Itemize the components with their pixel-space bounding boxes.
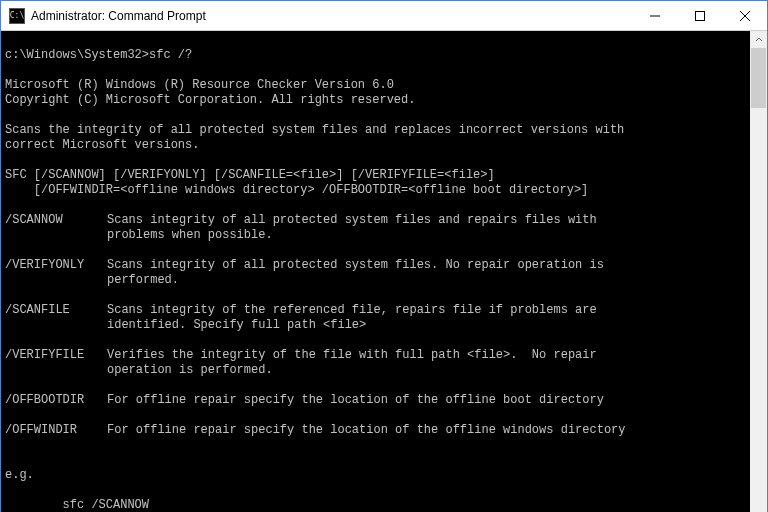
option-row: /SCANNOWScans integrity of all protected… — [5, 213, 746, 243]
option-row: /OFFWINDIRFor offline repair specify the… — [5, 423, 746, 438]
option-row: /SCANFILEScans integrity of the referenc… — [5, 303, 746, 333]
output-line: Copyright (C) Microsoft Corporation. All… — [5, 93, 415, 107]
scroll-up-button[interactable] — [750, 31, 767, 48]
cmd-icon: C:\ — [9, 8, 25, 24]
option-desc: For offline repair specify the location … — [107, 393, 697, 408]
svg-rect-1 — [695, 11, 704, 20]
output-line: Scans the integrity of all protected sys… — [5, 123, 624, 152]
option-name: /VERIFYFILE — [5, 348, 107, 363]
vertical-scrollbar[interactable] — [750, 31, 767, 512]
console-area: c:\Windows\System32>sfc /? Microsoft (R)… — [1, 31, 767, 512]
option-name: /SCANNOW — [5, 213, 107, 228]
option-desc: Scans integrity of the referenced file, … — [107, 303, 697, 333]
option-row: /VERIFYONLYScans integrity of all protec… — [5, 258, 746, 288]
option-row: /OFFBOOTDIRFor offline repair specify th… — [5, 393, 746, 408]
window-control-buttons — [632, 1, 767, 30]
console-output[interactable]: c:\Windows\System32>sfc /? Microsoft (R)… — [1, 31, 750, 512]
option-row: /VERIFYFILEVerifies the integrity of the… — [5, 348, 746, 378]
output-line: [/OFFWINDIR=<offline windows directory> … — [5, 183, 588, 197]
option-name: /OFFWINDIR — [5, 423, 107, 438]
option-name: /VERIFYONLY — [5, 258, 107, 273]
output-line: SFC [/SCANNOW] [/VERIFYONLY] [/SCANFILE=… — [5, 168, 495, 182]
window-title: Administrator: Command Prompt — [31, 9, 632, 23]
option-desc: Scans integrity of all protected system … — [107, 213, 697, 243]
titlebar[interactable]: C:\ Administrator: Command Prompt — [1, 1, 767, 31]
option-desc: Scans integrity of all protected system … — [107, 258, 697, 288]
minimize-button[interactable] — [632, 1, 677, 30]
option-desc: For offline repair specify the location … — [107, 423, 697, 438]
chevron-up-icon — [755, 36, 763, 44]
output-line: e.g. — [5, 468, 34, 482]
option-desc: Verifies the integrity of the file with … — [107, 348, 697, 378]
option-name: /SCANFILE — [5, 303, 107, 318]
maximize-button[interactable] — [677, 1, 722, 30]
maximize-icon — [695, 11, 705, 21]
close-icon — [740, 11, 750, 21]
scroll-thumb[interactable] — [751, 48, 766, 108]
output-line: Microsoft (R) Windows (R) Resource Check… — [5, 78, 394, 92]
prompt-line: c:\Windows\System32>sfc /? — [5, 48, 192, 62]
close-button[interactable] — [722, 1, 767, 30]
minimize-icon — [650, 11, 660, 21]
example-line: sfc /SCANNOW — [5, 498, 149, 512]
command-prompt-window: C:\ Administrator: Command Prompt c:\Win… — [0, 0, 768, 512]
option-name: /OFFBOOTDIR — [5, 393, 107, 408]
